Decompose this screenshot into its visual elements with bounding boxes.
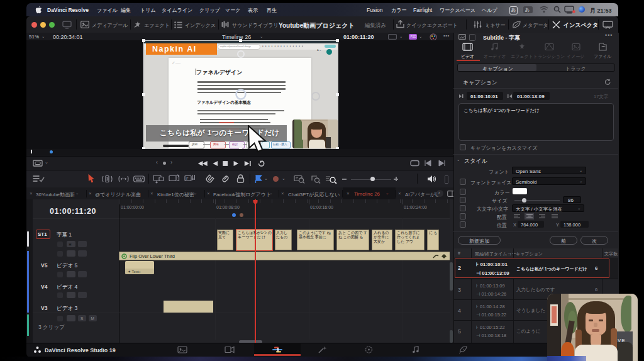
svg-text:F: F bbox=[186, 177, 189, 181]
